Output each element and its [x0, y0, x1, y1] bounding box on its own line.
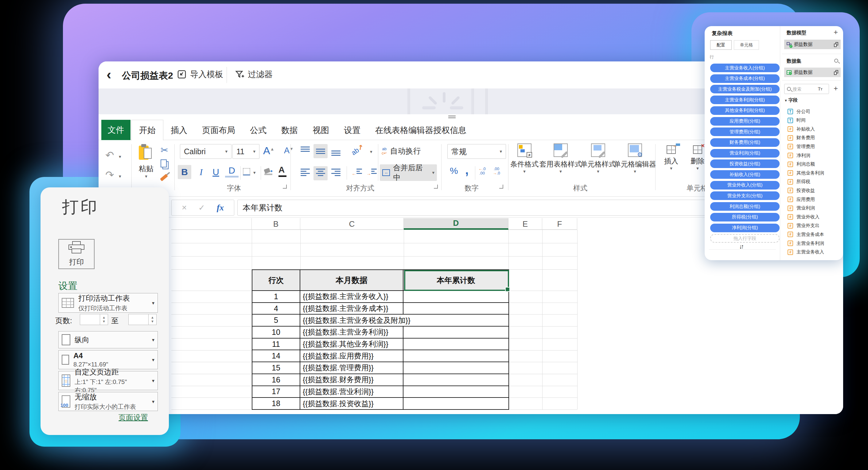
table-header-cell[interactable]: 本月数据	[300, 270, 403, 290]
data-model-item[interactable]: ✓ 损益数据	[784, 40, 841, 49]
tab-file[interactable]: 文件	[101, 120, 130, 140]
confirm-icon[interactable]: ✓	[198, 203, 205, 212]
decrease-font-icon[interactable]: A▼	[284, 146, 293, 155]
column-header-f[interactable]: F	[542, 218, 577, 230]
field-item[interactable]: #营业利润	[787, 205, 815, 212]
filter-button[interactable]: 过滤器	[235, 69, 273, 80]
field-item[interactable]: #所得税	[787, 178, 810, 185]
field-item[interactable]: #主营业务收入	[787, 249, 824, 256]
row-field-pill[interactable]: 营业利润(分组)	[710, 149, 780, 157]
orientation-icon[interactable]: ab↗	[350, 143, 365, 157]
tab-home[interactable]: 开始	[131, 120, 163, 140]
scaling-dropdown[interactable]: 100 无缩放 打印实际大小的工作表 ▾	[58, 392, 158, 411]
borders-icon[interactable]	[243, 168, 250, 175]
field-item[interactable]: T时间	[787, 117, 806, 124]
align-middle-icon[interactable]	[313, 144, 328, 158]
row-field-pill[interactable]: 财务费用(分组)	[710, 138, 780, 147]
selected-cell-outline[interactable]	[404, 270, 509, 291]
row-field-pill[interactable]: 其他业务利润(分组)	[710, 106, 780, 115]
table-row[interactable]: 11{{损益数据.其他业务利润}}	[252, 338, 508, 350]
column-header-c[interactable]: C	[300, 218, 404, 230]
field-item[interactable]: #财务费用	[787, 135, 815, 141]
redo-icon[interactable]: ↷	[105, 169, 114, 181]
dataset-item[interactable]: ✓ 损益数据	[784, 67, 841, 77]
fx-icon[interactable]: fx	[217, 203, 224, 212]
print-scope-dropdown[interactable]: 打印活动工作表 仅打印活动工作表 ▾	[58, 293, 158, 313]
increase-font-icon[interactable]: A▲	[263, 145, 275, 157]
match-case-icon[interactable]: Tт	[818, 87, 823, 92]
bold-button[interactable]: B	[178, 165, 191, 179]
cut-icon[interactable]: ✂	[161, 145, 168, 155]
import-template-button[interactable]: 导入模板	[177, 69, 223, 80]
row-field-pill[interactable]: 管理费用(分组)	[710, 127, 780, 136]
page-to-stepper[interactable]: ▲▼	[128, 314, 157, 325]
column-header-a[interactable]	[171, 218, 252, 230]
tab-data[interactable]: 数据	[274, 120, 305, 140]
column-header-b[interactable]: B	[252, 218, 300, 230]
column-header-d[interactable]: D	[404, 218, 508, 230]
field-item[interactable]: #主营业务利润	[787, 240, 824, 247]
page-setup-link[interactable]: 页面设置	[119, 413, 148, 422]
tab-page-layout[interactable]: 页面布局	[195, 120, 243, 140]
table-row[interactable]: 5{{损益数据.主营业务税金及附加}}	[252, 314, 508, 326]
report-table[interactable]: 行次 本月数据 本年累计数 1{{损益数据.主营业务收入}} 4{{损益数据.主…	[252, 269, 509, 410]
field-item[interactable]: #应用费用	[787, 196, 815, 203]
double-underline-button[interactable]: D	[225, 165, 239, 177]
underline-button[interactable]: U	[209, 165, 223, 179]
field-item[interactable]: #利润总额	[787, 161, 815, 168]
table-row[interactable]: 18{{损益数据.投资收益}}	[252, 397, 508, 409]
italic-button[interactable]: I	[194, 165, 208, 179]
table-row[interactable]: 15{{损益数据.管理费用}}	[252, 361, 508, 374]
table-row[interactable]: 14{{损益数据.应用费用}}	[252, 350, 508, 361]
format-painter-icon[interactable]	[160, 176, 168, 179]
field-item[interactable]: T分公司	[787, 108, 810, 115]
merge-center-button[interactable]: ↔ 合并后居中 ▾	[380, 164, 437, 181]
align-bottom-icon[interactable]	[329, 144, 343, 158]
redo-caret-icon[interactable]: ▾	[119, 174, 121, 179]
row-field-pill[interactable]: 补贴收入(分组)	[710, 170, 780, 179]
orientation-dropdown[interactable]: 纵向 ▾	[58, 331, 158, 348]
tab-license-info[interactable]: 在线表格编辑器授权信息	[368, 120, 474, 140]
number-format-dropdown[interactable]: 常规▾	[447, 144, 506, 159]
drop-row-field-target[interactable]: 拖入行字段	[710, 234, 780, 243]
duplicate-icon[interactable]	[834, 70, 838, 75]
back-icon[interactable]: ‹	[106, 69, 118, 81]
alignment-dialog-launcher-icon[interactable]	[434, 185, 438, 188]
tab-settings[interactable]: 设置	[337, 120, 368, 140]
font-size-dropdown[interactable]: 11▾	[232, 144, 259, 159]
borders-caret-icon[interactable]: ▾	[253, 170, 256, 175]
paper-size-dropdown[interactable]: A4 8.27"×11.69" ▾	[58, 350, 158, 369]
tab-config[interactable]: 配置	[710, 40, 732, 50]
align-right-icon[interactable]	[329, 166, 343, 180]
tab-view[interactable]: 视图	[305, 120, 337, 140]
search-icon[interactable]	[834, 59, 838, 63]
page-from-stepper[interactable]: ▲▼	[80, 314, 108, 325]
row-field-pill[interactable]: 主营业务税金及附加(分组)	[710, 85, 780, 93]
tab-formulas[interactable]: 公式	[243, 120, 274, 140]
wrap-text-button[interactable]: abc↵ 自动换行	[382, 146, 421, 156]
field-search-input[interactable]	[793, 87, 816, 92]
table-row[interactable]: 4{{损益数据.主营业务成本}}	[252, 302, 508, 314]
row-field-pill[interactable]: 营业外收入(分组)	[710, 181, 780, 189]
align-center-icon[interactable]	[313, 166, 328, 180]
row-field-pill[interactable]: 主营业务利润(分组)	[710, 95, 780, 104]
undo-icon[interactable]: ↶	[105, 149, 114, 161]
increase-indent-icon[interactable]: →	[365, 166, 379, 180]
align-left-icon[interactable]	[298, 166, 312, 180]
row-field-pill[interactable]: 利润总额(分组)	[710, 202, 780, 211]
fields-heading[interactable]: ▼ 字段	[784, 97, 798, 103]
decrease-decimal-icon[interactable]: .00→.0	[493, 167, 500, 175]
table-header-cell[interactable]: 行次	[252, 270, 300, 290]
tab-insert[interactable]: 插入	[163, 120, 195, 140]
table-row[interactable]: 17{{损益数据.营业利润}}	[252, 385, 508, 398]
duplicate-icon[interactable]	[834, 42, 838, 47]
row-field-pill[interactable]: 应用费用(分组)	[710, 117, 780, 126]
font-name-dropdown[interactable]: Calibri▾	[180, 144, 231, 159]
paste-button[interactable]: 粘贴 ▾	[139, 144, 154, 179]
column-header-e[interactable]: E	[508, 218, 542, 230]
fill-color-icon[interactable]	[265, 169, 272, 175]
field-item[interactable]: #净利润	[787, 152, 810, 159]
sort-icon[interactable]: ↓↑	[739, 243, 743, 250]
cancel-icon[interactable]: ×	[182, 203, 187, 212]
undo-caret-icon[interactable]: ▾	[119, 154, 121, 159]
